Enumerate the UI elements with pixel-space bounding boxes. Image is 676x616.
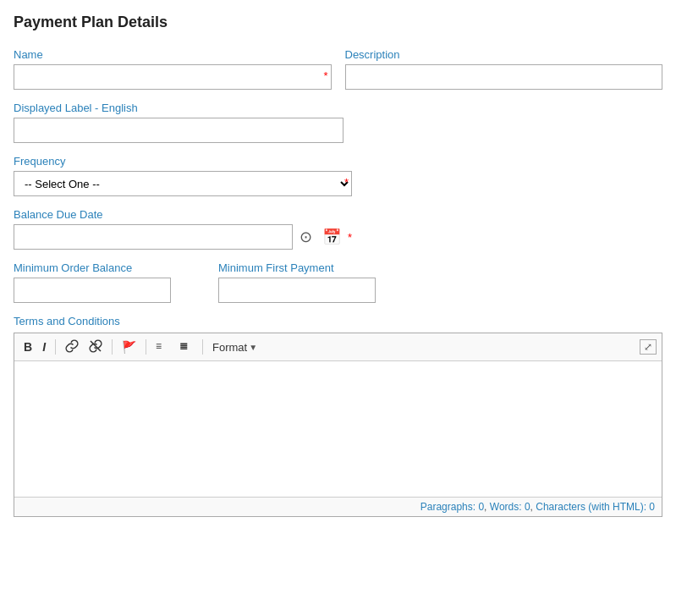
svg-line-0 (91, 341, 101, 351)
name-label: Name (14, 48, 332, 61)
page-title: Payment Plan Details (14, 14, 662, 31)
balance-due-date-label: Balance Due Date (14, 208, 352, 221)
frequency-label: Frequency (14, 155, 352, 168)
format-label: Format (212, 341, 247, 354)
toolbar-separator-1 (55, 339, 56, 355)
link-button[interactable] (61, 337, 83, 357)
editor-toolbar: B I 🚩 ≡ (14, 333, 662, 361)
characters-label: Characters (with HTML): (536, 501, 646, 513)
min-first-payment-label: Minimum First Payment (218, 261, 376, 274)
italic-button[interactable]: I (38, 338, 50, 355)
calendar-icon-button[interactable]: 📅 (319, 228, 344, 246)
frequency-select[interactable]: -- Select One -- (14, 171, 352, 196)
format-dropdown-arrow: ▼ (249, 343, 257, 352)
expand-editor-button[interactable]: ⤢ (640, 339, 657, 355)
unlink-button[interactable] (85, 337, 107, 357)
name-input[interactable] (14, 64, 332, 90)
balance-due-date-required-asterisk: * (348, 231, 352, 244)
clock-icon-button[interactable]: ⊙ (296, 228, 316, 246)
displayed-label-english-input[interactable] (14, 118, 343, 143)
terms-label: Terms and Conditions (14, 315, 662, 327)
toolbar-separator-4 (202, 339, 203, 355)
min-first-payment-input[interactable] (218, 278, 376, 303)
min-order-balance-input[interactable] (14, 278, 171, 303)
editor-footer: Paragraphs: 0, Words: 0, Characters (wit… (14, 497, 662, 516)
words-label: Words: (490, 501, 522, 513)
balance-due-date-input[interactable] (14, 224, 293, 250)
paragraphs-label: Paragraphs: (420, 501, 475, 513)
svg-text:≡: ≡ (156, 340, 162, 352)
toolbar-separator-3 (146, 339, 146, 355)
anchor-button[interactable]: 🚩 (118, 338, 140, 355)
paragraphs-value: 0 (478, 501, 484, 513)
ordered-list-button[interactable]: ≡ (151, 337, 173, 357)
words-value: 0 (525, 501, 530, 513)
svg-text:≣: ≣ (179, 340, 188, 352)
terms-editor: B I 🚩 ≡ (14, 333, 662, 517)
characters-value: 0 (649, 501, 655, 513)
min-order-balance-label: Minimum Order Balance (14, 261, 171, 274)
description-label: Description (345, 48, 663, 61)
unordered-list-button[interactable]: ≣ (175, 337, 197, 357)
displayed-label-english-label: Displayed Label - English (14, 102, 662, 114)
format-dropdown[interactable]: Format ▼ (208, 338, 261, 356)
description-input[interactable] (345, 64, 663, 90)
toolbar-separator-2 (112, 339, 113, 355)
editor-body[interactable] (14, 361, 662, 497)
bold-button[interactable]: B (19, 338, 36, 355)
